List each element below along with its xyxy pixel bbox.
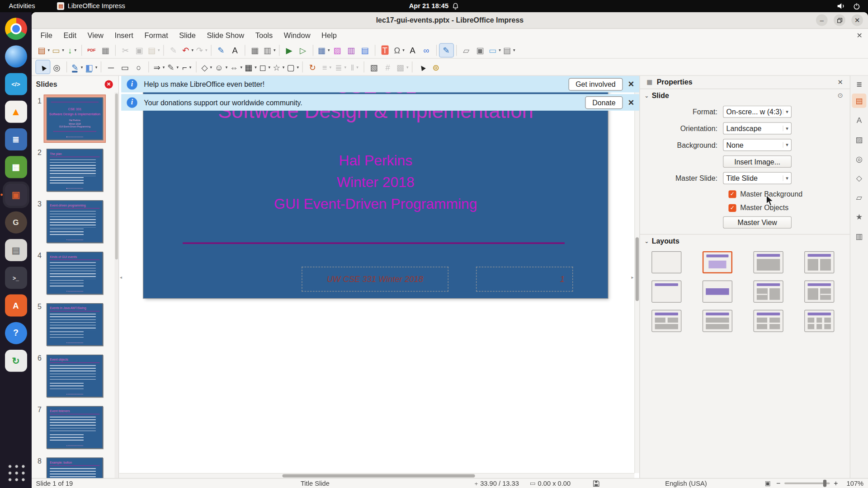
panel-collapse-handle[interactable]: ◂ [119,271,123,284]
dropdown-arrow-icon[interactable]: ▾ [74,47,76,52]
redo-icon[interactable]: ↷ ▾ [194,43,208,56]
chrome-icon[interactable] [5,18,27,40]
zoom-slider[interactable] [784,483,830,484]
insert-image-button[interactable]: Insert Image... [723,155,792,168]
distribute-icon[interactable]: ‖ ▾ [347,60,361,73]
dropdown-arrow-icon[interactable]: ▾ [226,65,228,70]
slide-thumbnail-8[interactable]: Example: button [44,455,106,478]
dropdown-arrow-icon[interactable]: ▾ [274,47,276,52]
layout-content-2content[interactable] [804,281,834,303]
rotate-icon[interactable]: ↻ [306,60,320,73]
curves-polygons-icon[interactable]: ✎ ▾ [165,60,179,73]
scrollbar-thumb[interactable] [282,474,475,477]
dropdown-arrow-icon[interactable]: ▾ [513,47,515,52]
help-icon[interactable]: ? [5,322,27,344]
menu-help[interactable]: Help [316,30,342,41]
footer-placeholder[interactable]: UW CSE 331 Winter 2018 [302,267,448,291]
slide-section-header[interactable]: ⌄ Slide ⊙ [640,89,850,101]
dropdown-arrow-icon[interactable]: ▾ [328,47,330,52]
vlc-icon[interactable]: ▲ [5,101,27,123]
software-updater-icon[interactable]: ↻ [5,350,27,372]
focused-app-menu[interactable]: ▤ LibreOffice Impress [57,2,125,10]
dropdown-arrow-icon[interactable]: ▾ [62,47,64,52]
vertical-scrollbar[interactable] [634,76,639,473]
menu-edit[interactable]: Edit [58,30,82,41]
dropdown-arrow-icon[interactable]: ▾ [191,47,193,52]
new-slide-icon[interactable]: ▭ ▾ [487,43,501,56]
slide-layout-icon[interactable]: ▤ ▾ [501,43,516,56]
master-slide-select[interactable]: Title Slide ▾ [723,172,792,184]
tab-navigator[interactable]: ◎ [852,152,866,166]
show-applications-icon[interactable] [5,461,27,483]
layout-four-content[interactable] [754,310,783,332]
dropdown-arrow-icon[interactable]: ▾ [268,65,270,70]
dropdown-arrow-icon[interactable]: ▾ [406,65,409,70]
infobar-action-button[interactable]: Donate [585,96,623,108]
save-icon[interactable]: ↓ ▾ [65,43,79,56]
master-background-checkbox[interactable]: ✓ Master Background [728,190,849,198]
zoom-slider-thumb[interactable] [823,480,826,487]
layout-six-content[interactable] [804,310,834,332]
glue-points-icon[interactable]: ⊚ [429,60,443,73]
slide-thumbnail-2[interactable]: The plan [44,146,106,194]
insert-line-icon[interactable]: ─ [104,60,118,73]
files-icon[interactable]: ▤ [5,239,27,261]
slide-thumbnail-6[interactable]: Event objects [44,352,106,400]
dropdown-arrow-icon[interactable]: ▾ [356,65,359,70]
vscode-icon[interactable]: </> [5,73,27,95]
slide-number-placeholder[interactable]: 1 [476,267,573,291]
zoom-icon[interactable]: ◎ [50,60,64,73]
gear-icon[interactable]: ⊙ [838,91,843,99]
libreoffice-writer-icon[interactable]: ≣ [5,128,27,150]
tab-styles[interactable]: A [852,113,866,127]
dropdown-arrow-icon[interactable]: ▾ [163,65,165,70]
dropdown-arrow-icon[interactable]: ▾ [205,47,208,52]
duplicate-slide-icon[interactable]: ▣ [473,43,487,56]
dropdown-arrow-icon[interactable]: ▾ [158,47,160,52]
sidebar-menu-icon[interactable]: ≣ [856,80,862,89]
tab-animation[interactable]: ★ [852,210,866,224]
clone-formatting-icon[interactable]: ✎ [166,43,180,56]
infobar-close-icon[interactable]: ✕ [623,98,640,107]
dropdown-arrow-icon[interactable]: ▾ [499,47,501,52]
slide-thumbnail-7[interactable]: Event listeners [44,404,106,452]
terminal-icon[interactable]: >_ [5,267,27,289]
layout-2content-over-content[interactable] [651,310,681,332]
display-grid-icon[interactable]: ▦ [248,43,262,56]
tab-shapes[interactable]: ◇ [852,171,866,185]
restore-button[interactable] [834,14,845,26]
tab-properties[interactable]: ▤ [852,94,866,108]
show-draw-functions-icon[interactable]: ✎ [439,43,453,56]
ubuntu-software-icon[interactable]: A [5,294,27,316]
crop-icon[interactable]: # [381,60,395,73]
format-select[interactable]: On-scre... w (4:3) ▾ [723,106,792,118]
dropdown-arrow-icon[interactable]: ▾ [402,47,405,52]
insert-media-icon[interactable]: ▥ [344,43,358,56]
dropdown-arrow-icon[interactable]: ▾ [210,65,212,70]
dropdown-arrow-icon[interactable]: ▾ [329,65,331,70]
basic-shapes-icon[interactable]: ◇ ▾ [199,60,213,73]
slide-editing-area[interactable]: CSE 331 Software Design & Implementation… [119,76,639,478]
image-filter-icon[interactable]: ▩ ▾ [395,60,409,73]
scrollbar-thumb[interactable] [636,237,639,301]
language-status[interactable]: English (USA) [607,479,764,487]
menu-file[interactable]: File [35,30,58,41]
orientation-select[interactable]: Landscape ▾ [723,122,792,135]
zoom-level-status[interactable]: 107% [839,479,863,487]
layout-2content-content[interactable] [754,281,783,303]
cut-icon[interactable]: ✂ [118,43,132,56]
lines-arrows-icon[interactable]: ⇒ ▾ [151,60,165,73]
copy-icon[interactable]: ▣ [132,43,146,56]
ellipse-icon[interactable]: ○ [132,60,146,73]
block-arrows-icon[interactable]: ⇔ ▾ [228,60,243,73]
sidebar-collapse-handle[interactable]: ▸ [631,271,635,284]
menu-window[interactable]: Window [278,30,316,41]
open-icon[interactable]: ▭ ▾ [50,43,65,56]
scrollbar-thumb[interactable] [115,94,118,259]
dropdown-arrow-icon[interactable]: ▾ [95,65,98,70]
export-pdf-icon[interactable]: PDF [85,43,99,56]
menu-tools[interactable]: Tools [250,30,278,41]
master-slide-status[interactable]: Title Slide [292,479,474,487]
menu-slide[interactable]: Slide [174,30,201,41]
callouts-icon[interactable]: ◻ ▾ [257,60,271,73]
